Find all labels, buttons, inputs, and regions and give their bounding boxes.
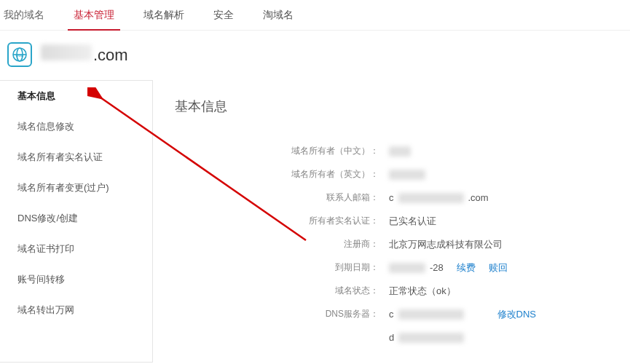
label-realname: 所有者实名认证： <box>277 215 379 227</box>
label-owner-en: 域名所有者（英文）： <box>277 168 379 181</box>
sidebar-item-basic-info[interactable]: 基本信息 <box>0 81 152 111</box>
www-globe-icon: www <box>7 42 32 67</box>
value-owner-en <box>389 170 425 180</box>
value-owner-cn <box>389 146 411 157</box>
info-table: 域名所有者（中文）： 域名所有者（英文）： 联系人邮箱： c.com 所有者实名… <box>277 144 608 344</box>
renew-link[interactable]: 续费 <box>457 261 476 274</box>
sidebar-item-owner-change[interactable]: 域名所有者变更(过户) <box>0 173 152 203</box>
row-dns1: DNS服务器： c 修改DNS <box>277 307 608 321</box>
value-dns1: c 修改DNS <box>389 308 536 321</box>
value-expire: -28 续费 赎回 <box>389 261 508 274</box>
tab-basic-manage[interactable]: 基本管理 <box>59 1 129 30</box>
row-registrar: 注册商： 北京万网志成科技有限公司 <box>277 237 608 251</box>
row-expire: 到期日期： -28 续费 赎回 <box>277 261 608 274</box>
dns1-prefix: c <box>389 309 394 320</box>
value-status: 正常状态（ok） <box>389 285 456 298</box>
value-email: c.com <box>389 192 489 203</box>
row-dns2: d <box>277 331 608 344</box>
row-realname: 所有者实名认证： 已实名认证 <box>277 214 608 228</box>
sidebar-item-account-transfer[interactable]: 账号间转移 <box>0 264 152 295</box>
label-status: 域名状态： <box>277 285 379 297</box>
tab-tao-domain[interactable]: 淘域名 <box>248 1 308 30</box>
label-email: 联系人邮箱： <box>277 191 379 204</box>
sidebar: 基本信息 域名信息修改 域名所有者实名认证 域名所有者变更(过户) DNS修改/… <box>0 80 153 363</box>
sidebar-item-realname[interactable]: 域名所有者实名认证 <box>0 142 152 173</box>
domain-header: www .com <box>0 31 630 80</box>
expire-fragment: -28 <box>430 262 444 273</box>
sidebar-item-transfer-out[interactable]: 域名转出万网 <box>0 295 152 325</box>
section-title: 基本信息 <box>175 98 608 115</box>
sidebar-item-info-edit[interactable]: 域名信息修改 <box>0 111 152 142</box>
label-registrar: 注册商： <box>277 238 379 250</box>
email-prefix: c <box>389 192 394 203</box>
domain-suffix: .com <box>93 46 128 65</box>
row-owner-en: 域名所有者（英文）： <box>277 167 608 181</box>
main-content: 基本信息 域名所有者（中文）： 域名所有者（英文）： 联系人邮箱： c.com … <box>153 80 630 363</box>
domain-name: .com <box>41 44 128 65</box>
row-status: 域名状态： 正常状态（ok） <box>277 284 608 298</box>
svg-text:www: www <box>16 53 24 58</box>
value-realname: 已实名认证 <box>389 215 436 228</box>
sidebar-item-cert-print[interactable]: 域名证书打印 <box>0 234 152 264</box>
redeem-link[interactable]: 赎回 <box>489 261 508 274</box>
label-dns: DNS服务器： <box>277 308 379 320</box>
email-suffix: .com <box>468 192 489 203</box>
tab-dns-resolve[interactable]: 域名解析 <box>129 1 199 30</box>
modify-dns-link[interactable]: 修改DNS <box>497 308 536 321</box>
label-expire: 到期日期： <box>277 261 379 274</box>
value-registrar: 北京万网志成科技有限公司 <box>389 238 503 251</box>
row-owner-cn: 域名所有者（中文）： <box>277 144 608 158</box>
label-owner-cn: 域名所有者（中文）： <box>277 145 379 157</box>
value-dns2: d <box>389 332 464 343</box>
row-email: 联系人邮箱： c.com <box>277 191 608 205</box>
dns2-prefix: d <box>389 332 394 343</box>
breadcrumb: 我的域名 <box>0 9 59 22</box>
domain-masked-part <box>41 44 92 60</box>
top-nav: 我的域名 基本管理 域名解析 安全 淘域名 <box>0 0 630 31</box>
tab-security[interactable]: 安全 <box>199 1 248 30</box>
sidebar-item-dns[interactable]: DNS修改/创建 <box>0 203 152 234</box>
